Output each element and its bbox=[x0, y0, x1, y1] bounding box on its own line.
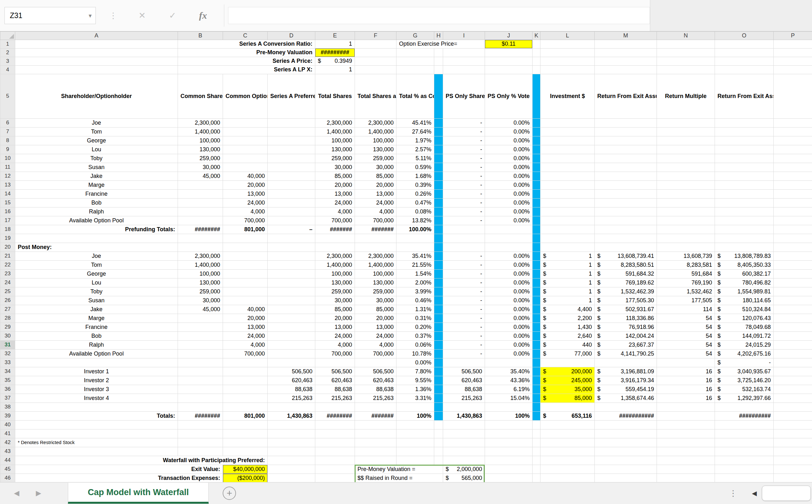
cell-J32[interactable]: 0.00% bbox=[485, 350, 533, 358]
cell-N33[interactable] bbox=[657, 358, 715, 367]
cell-F28[interactable]: 20,000 bbox=[355, 314, 396, 323]
cell-M15[interactable] bbox=[595, 199, 657, 207]
cell-E30[interactable]: 24,000 bbox=[315, 332, 355, 341]
cell-E44[interactable] bbox=[315, 456, 355, 465]
cell-P3[interactable] bbox=[774, 57, 812, 66]
cell-A2[interactable] bbox=[15, 49, 178, 57]
cell-H23[interactable] bbox=[434, 270, 443, 278]
cell-M36[interactable]: $559,454.19 bbox=[595, 385, 657, 394]
cell-P31[interactable] bbox=[774, 341, 812, 350]
cell-P12[interactable] bbox=[774, 172, 812, 181]
cell-G6[interactable]: 45.41% bbox=[396, 119, 434, 128]
cell-K15[interactable] bbox=[533, 199, 540, 207]
column-header-F[interactable]: F bbox=[355, 32, 396, 40]
cell-P21[interactable] bbox=[774, 252, 812, 261]
cell-F8[interactable]: 100,000 bbox=[355, 136, 396, 145]
cell-B40[interactable] bbox=[178, 421, 223, 429]
cell-P45[interactable] bbox=[774, 465, 812, 474]
cell-N5[interactable]: Return Multiple bbox=[657, 74, 715, 119]
cell-D28[interactable] bbox=[268, 314, 315, 323]
cell-H35[interactable] bbox=[434, 376, 443, 385]
cell-D18[interactable]: – bbox=[268, 225, 315, 234]
cell-P29[interactable] bbox=[774, 323, 812, 332]
cell-B7[interactable]: 1,400,000 bbox=[178, 128, 223, 136]
cell-D33[interactable] bbox=[268, 358, 315, 367]
cell-E17[interactable]: 700,000 bbox=[315, 216, 355, 225]
cell-C6[interactable] bbox=[223, 119, 268, 128]
cell-C42[interactable] bbox=[223, 438, 268, 447]
cell-B27[interactable]: 45,000 bbox=[178, 305, 223, 314]
cell-C46[interactable]: ($200,000) bbox=[223, 474, 268, 483]
cell-L20[interactable] bbox=[540, 243, 595, 252]
cancel-button[interactable]: ✕ bbox=[127, 7, 157, 24]
cell-K34[interactable] bbox=[533, 367, 540, 376]
cell-G2[interactable] bbox=[396, 49, 434, 57]
cell-A36[interactable]: Investor 3 bbox=[15, 385, 178, 394]
cell-M9[interactable] bbox=[595, 145, 657, 154]
cell-A4[interactable] bbox=[15, 66, 178, 74]
cell-M33[interactable] bbox=[595, 358, 657, 367]
column-header-A[interactable]: A bbox=[15, 32, 178, 40]
cell-D34[interactable]: 506,500 bbox=[268, 367, 315, 376]
row-header-31[interactable]: 31 bbox=[0, 341, 15, 350]
cell-P11[interactable] bbox=[774, 163, 812, 172]
select-all-corner[interactable] bbox=[0, 32, 15, 40]
cell-H32[interactable] bbox=[434, 350, 443, 358]
cell-B29[interactable] bbox=[178, 323, 223, 332]
cell-O16[interactable] bbox=[715, 207, 774, 216]
cell-B11[interactable]: 30,000 bbox=[178, 163, 223, 172]
cell-H9[interactable] bbox=[434, 145, 443, 154]
cell-G34[interactable]: 7.80% bbox=[396, 367, 434, 376]
cell-H28[interactable] bbox=[434, 314, 443, 323]
cell-J16[interactable]: 0.00% bbox=[485, 207, 533, 216]
cell-O19[interactable] bbox=[715, 234, 774, 243]
cell-N24[interactable]: 769,190 bbox=[657, 278, 715, 287]
cell-J6[interactable]: 0.00% bbox=[485, 119, 533, 128]
cell-I20[interactable] bbox=[443, 243, 485, 252]
cell-O28[interactable]: $120,076.43 bbox=[715, 314, 774, 323]
cell-A40[interactable] bbox=[15, 421, 178, 429]
cell-N20[interactable] bbox=[657, 243, 715, 252]
cell-B42[interactable] bbox=[178, 438, 223, 447]
cell-D40[interactable] bbox=[268, 421, 315, 429]
cell-A26[interactable]: Susan bbox=[15, 296, 178, 305]
column-header-J[interactable]: J bbox=[485, 32, 533, 40]
cell-A18[interactable]: Prefunding Totals: bbox=[15, 225, 178, 234]
cell-O15[interactable] bbox=[715, 199, 774, 207]
cell-B19[interactable] bbox=[178, 234, 223, 243]
cell-F40[interactable] bbox=[355, 421, 396, 429]
cell-K25[interactable] bbox=[533, 287, 540, 296]
cell-I29[interactable]: - bbox=[443, 323, 485, 332]
cell-G31[interactable]: 0.06% bbox=[396, 341, 434, 350]
cell-L18[interactable] bbox=[540, 225, 595, 234]
cell-O20[interactable] bbox=[715, 243, 774, 252]
cell-D30[interactable] bbox=[268, 332, 315, 341]
cell-P6[interactable] bbox=[774, 119, 812, 128]
column-header-O[interactable]: O bbox=[715, 32, 774, 40]
cell-N25[interactable]: 1,532,462 bbox=[657, 287, 715, 296]
cell-K19[interactable] bbox=[533, 234, 540, 243]
cell-G26[interactable]: 0.46% bbox=[396, 296, 434, 305]
row-header-42[interactable]: 42 bbox=[0, 438, 15, 447]
enter-button[interactable]: ✓ bbox=[157, 7, 188, 24]
cell-N19[interactable] bbox=[657, 234, 715, 243]
cell-G41[interactable] bbox=[396, 429, 434, 438]
cell-G11[interactable]: 0.59% bbox=[396, 163, 434, 172]
cell-L1[interactable] bbox=[540, 40, 595, 49]
cell-C20[interactable] bbox=[223, 243, 268, 252]
cell-A13[interactable]: Marge bbox=[15, 181, 178, 190]
cell-J31[interactable]: 0.00% bbox=[485, 341, 533, 350]
cell-M1[interactable] bbox=[595, 40, 657, 49]
cell-D13[interactable] bbox=[268, 181, 315, 190]
cell-E3[interactable]: $0.3949 bbox=[315, 57, 355, 66]
cell-I23[interactable]: - bbox=[443, 270, 485, 278]
cell-G27[interactable]: 1.31% bbox=[396, 305, 434, 314]
cell-L5[interactable]: Investment $ bbox=[540, 74, 595, 119]
cell-M43[interactable] bbox=[595, 447, 657, 456]
row-header-36[interactable]: 36 bbox=[0, 385, 15, 394]
cell-F32[interactable]: 700,000 bbox=[355, 350, 396, 358]
cell-B38[interactable] bbox=[178, 403, 223, 412]
cell-J33[interactable] bbox=[485, 358, 533, 367]
cell-I5[interactable]: PS Only Shares bbox=[443, 74, 485, 119]
cell-J9[interactable]: 0.00% bbox=[485, 145, 533, 154]
